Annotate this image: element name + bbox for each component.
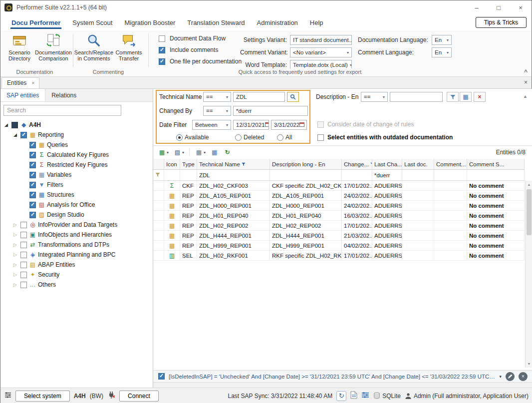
changed-by-operator[interactable]: ==▾ xyxy=(203,106,231,116)
column-header-comment_s[interactable]: Comment S... xyxy=(467,159,525,170)
scenario-directory-button[interactable]: Scenario Directory xyxy=(2,32,36,68)
column-header-technical_name[interactable]: Technical Name xyxy=(197,159,270,170)
menu-tab-translation-steward[interactable]: Translation Steward xyxy=(181,15,251,29)
setting-select-settings-variant[interactable]: IT standard document...▾ xyxy=(290,35,352,45)
refresh-grid-button[interactable]: ↻ xyxy=(222,147,233,157)
tab-entities[interactable]: Entities × xyxy=(1,77,39,88)
checkbox-integrated-planning-and-bpc[interactable] xyxy=(20,252,27,258)
filter-cell-change_date[interactable] xyxy=(342,170,372,181)
maximize-button[interactable]: □ xyxy=(488,0,510,14)
checkbox-reporting[interactable] xyxy=(20,132,27,138)
filter-cell-last_doc[interactable] xyxy=(402,170,434,181)
checkbox-structures[interactable] xyxy=(29,192,36,198)
filter-cell-indicator[interactable] xyxy=(153,170,164,181)
table-row[interactable]: ▥SELZDL_H02_RKF001RKF specific ZDL_H02_R… xyxy=(153,251,525,261)
filter-cell-icon[interactable] xyxy=(164,170,180,181)
log-document-icon[interactable] xyxy=(350,391,357,401)
filter-cell-comment_s[interactable] xyxy=(467,170,525,181)
checkbox-infoobjects-and-hierarchies[interactable] xyxy=(20,232,27,238)
radio-deleted-icon[interactable] xyxy=(235,134,242,141)
radio-deleted[interactable]: Deleted xyxy=(235,134,264,141)
tree-item-analysis-for-office[interactable]: ▤Analysis for Office xyxy=(0,200,153,210)
filter-expression-checkbox[interactable] xyxy=(158,373,165,380)
checkbox-a4h[interactable] xyxy=(11,122,18,128)
description-operator[interactable]: ==▾ xyxy=(361,92,388,102)
technical-name-input[interactable]: ZDL xyxy=(233,92,285,102)
radio-all[interactable]: All xyxy=(277,134,292,141)
tree-item-integrated-planning-and-bpc[interactable]: ▷◈Integrated Planning and BPC xyxy=(0,250,153,260)
expanded-icon[interactable]: ◢ xyxy=(11,132,19,137)
radio-available[interactable]: Available xyxy=(176,134,209,141)
search-replace-comments-button[interactable]: Search/Replace in Comments xyxy=(76,32,112,68)
minimize-button[interactable]: – xyxy=(466,0,488,14)
tree-item-design-studio[interactable]: ▧Design Studio xyxy=(0,210,153,220)
collapsed-icon[interactable]: ▷ xyxy=(11,262,19,267)
search-input[interactable] xyxy=(3,105,121,116)
collapse-filter-icon[interactable]: ▲ xyxy=(523,94,528,99)
vertical-scrollbar[interactable]: ▲ ▼ xyxy=(525,181,532,368)
close-tabstrip-icon[interactable]: × xyxy=(524,79,528,86)
checkbox-restricted-key-figures[interactable] xyxy=(29,162,36,168)
column-chooser-button[interactable]: ▦ xyxy=(209,147,220,157)
search-button[interactable] xyxy=(287,92,299,102)
tree-item-restricted-key-figures[interactable]: ΣRestricted Key Figures xyxy=(0,160,153,170)
tree-item-others[interactable]: ▷…Others xyxy=(0,280,153,290)
scroll-down-icon[interactable]: ▼ xyxy=(526,360,532,368)
word-export-button[interactable]: ▤▾ xyxy=(172,147,186,157)
excel-export-button[interactable]: ▦▾ xyxy=(156,147,170,157)
sync-refresh-button[interactable]: ↻ xyxy=(336,391,346,401)
outdated-docs-checkbox[interactable] xyxy=(317,134,324,141)
table-row[interactable]: ▦REPZDL_H02_REP002ZDL_H02_REP00217/01/20… xyxy=(153,221,525,231)
tree-item-infoobjects-and-hierarchies[interactable]: ▷▣InfoObjects and Hierarchies xyxy=(0,230,153,240)
checkbox-include-comments[interactable] xyxy=(159,47,165,53)
collapsed-icon[interactable]: ▷ xyxy=(11,252,19,257)
close-button[interactable]: × xyxy=(510,0,532,14)
send-export-button[interactable]: ▦▾ xyxy=(193,147,207,157)
tree-item-security[interactable]: ▷✦Security xyxy=(0,270,153,280)
filter-button[interactable] xyxy=(447,92,459,102)
close-tab-icon[interactable]: × xyxy=(31,80,34,86)
table-row[interactable]: ▦REPZDL_H01_REP040ZDL_H01_REP04016/03/20… xyxy=(153,211,525,221)
filter-cell-comment[interactable] xyxy=(434,170,467,181)
tree-item-reporting[interactable]: ◢▦Reporting xyxy=(0,130,153,140)
date-to-input[interactable]: 3/31/2022 xyxy=(271,120,307,130)
column-header-indicator[interactable] xyxy=(153,159,164,170)
column-header-description[interactable]: Description long - En xyxy=(270,159,342,170)
checkbox-variables[interactable] xyxy=(29,172,36,178)
system-settings-icon[interactable] xyxy=(4,392,11,400)
tree-item-a4h[interactable]: ◢◆A4H xyxy=(0,120,153,130)
menu-tab-help[interactable]: Help xyxy=(304,15,329,29)
date-from-input[interactable]: 12/31/2021 xyxy=(233,120,269,130)
column-header-type[interactable]: Type xyxy=(180,159,197,170)
description-input[interactable] xyxy=(390,92,443,102)
equalizer-icon[interactable] xyxy=(361,392,369,400)
checkbox-design-studio[interactable] xyxy=(29,212,36,218)
tree-item-filters[interactable]: ▼Filters xyxy=(0,180,153,190)
checkbox-transformations-and-dtps[interactable] xyxy=(20,242,27,248)
checkbox-analysis-for-office[interactable] xyxy=(29,202,36,208)
tips-tricks-button[interactable]: Tips & Tricks xyxy=(476,17,527,28)
filter-cell-technical_name[interactable]: ZDL xyxy=(197,170,270,181)
edit-filter-button[interactable] xyxy=(506,372,515,381)
scrollbar-thumb[interactable] xyxy=(527,189,532,235)
table-row[interactable]: ▦REPZDL_H000_REP001ZDL_H000_REP00124/02/… xyxy=(153,201,525,211)
tab-relations[interactable]: Relations xyxy=(45,89,82,101)
tree-item-abap-entities[interactable]: ▷▤ABAP Entities xyxy=(0,260,153,270)
connect-button[interactable]: Connect xyxy=(119,391,159,402)
tree-item-queries[interactable]: ▦Queries xyxy=(0,140,153,150)
menu-tab-system-scout[interactable]: System Scout xyxy=(66,15,118,29)
table-row[interactable]: ▦REPZDL_H999_REP001ZDL_H999_REP00104/02/… xyxy=(153,241,525,251)
technical-name-operator[interactable]: ==▾ xyxy=(203,92,231,102)
tree-item-variables[interactable]: ▦Variables xyxy=(0,170,153,180)
close-filter-button[interactable]: × xyxy=(519,372,528,381)
collapsed-icon[interactable]: ▷ xyxy=(11,222,19,227)
calendar-icon[interactable] xyxy=(265,122,269,128)
table-row[interactable]: ΣCKFZDL_H02_CKF003CKF specific ZDL_H02_C… xyxy=(153,181,525,191)
consider-date-checkbox[interactable] xyxy=(317,121,324,128)
column-header-last_changed[interactable]: Last Cha... xyxy=(372,159,402,170)
menu-tab-docu-performer[interactable]: Docu Performer xyxy=(5,15,66,29)
tree-item-calculated-key-figures[interactable]: ΣCalculated Key Figures xyxy=(0,150,153,160)
checkbox-infoprovider-and-data-targets[interactable] xyxy=(20,222,27,228)
filter-history-icon[interactable]: ▾ xyxy=(499,374,502,379)
collapsed-icon[interactable]: ▷ xyxy=(11,232,19,237)
